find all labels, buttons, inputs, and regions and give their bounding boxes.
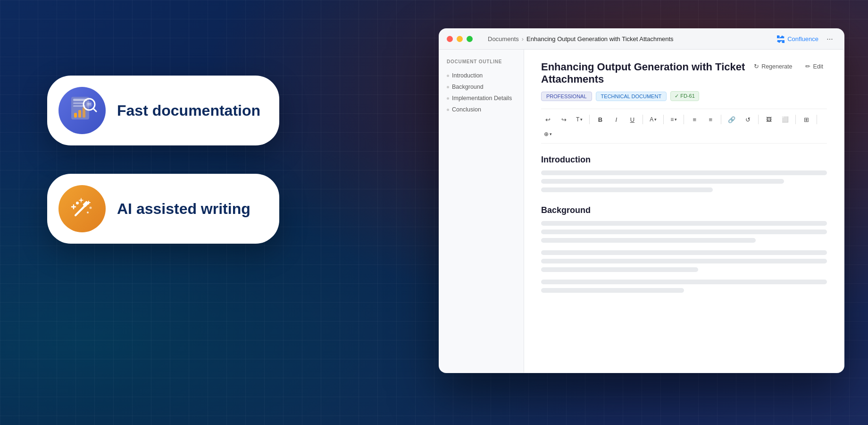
confluence-logo: Confluence [777,35,818,43]
text-line [541,267,698,272]
confluence-label: Confluence [787,35,818,42]
sidebar-dot-icon [447,75,449,77]
undo2-button[interactable]: ↺ [741,113,754,126]
image-button[interactable]: 🖼 [762,113,776,126]
doc-actions: ↻ Regenerate ✏ Edit [750,61,827,72]
edit-button[interactable]: ✏ Edit [801,61,827,72]
tag-technical[interactable]: TECHNICAL DOCUMENT [596,92,667,101]
svg-rect-2 [73,102,83,104]
svg-rect-5 [78,110,81,118]
breadcrumb-separator-icon: › [522,35,524,42]
sidebar-item-label: Conclusion [452,106,481,113]
svg-rect-4 [74,113,77,118]
title-bar: Documents › Enhancing Output Generation … [439,29,844,50]
link-button[interactable]: 🔗 [725,113,738,126]
text-line [541,179,784,184]
minimize-button[interactable] [457,36,463,42]
ai-writing-icon [58,185,106,232]
table-button[interactable]: ⊞ [800,113,813,126]
tag-ticket[interactable]: ✓ FD-61 [670,91,699,101]
document-outline-sidebar: DOCUMENT OUTLINE Introduction Background… [439,50,524,373]
underline-button[interactable]: U [626,113,639,126]
text-line [541,170,827,175]
magic-wand-svg [68,195,96,223]
sidebar-item-label: Background [452,84,484,90]
breadcrumb-parent[interactable]: Documents [488,35,519,42]
toolbar-separator [758,115,759,124]
text-line [541,187,713,192]
introduction-section: Introduction [541,155,827,192]
breadcrumb: Documents › Enhancing Output Generation … [488,35,771,42]
sidebar-item-label: Introduction [452,72,483,79]
toolbar-separator [721,115,721,124]
text-line [541,280,827,284]
introduction-heading: Introduction [541,155,827,165]
fast-documentation-icon [58,87,106,134]
sidebar-dot-icon [447,86,449,88]
fast-documentation-card: Fast documentation [47,76,279,145]
doc-header: Enhancing Output Generation with Ticket … [541,61,827,85]
title-bar-right: Confluence ··· [777,33,836,46]
edit-label: Edit [813,63,823,70]
svg-point-21 [90,207,92,209]
regenerate-label: Regenerate [761,63,792,70]
bullet-list-button[interactable]: ≡ [688,113,701,126]
more-options-icon: ··· [826,35,833,43]
sidebar-item-label: Implementation Details [452,95,512,102]
toolbar-separator [589,115,590,124]
toolbar-separator [663,115,664,124]
alignment-dropdown[interactable]: ≡ ▾ [668,114,680,125]
window-controls [447,36,473,42]
tag-professional[interactable]: PROFESSIONAL [541,92,592,101]
doc-title: Enhancing Output Generation with Ticket … [541,61,750,85]
sidebar-title: DOCUMENT OUTLINE [439,59,524,70]
svg-point-15 [87,212,89,213]
text-line [541,288,684,293]
main-content-area: Enhancing Output Generation with Ticket … [524,50,844,373]
background-heading: Background [541,205,827,215]
regenerate-icon: ↻ [754,63,759,70]
bold-button[interactable]: B [593,113,607,126]
text-color-dropdown[interactable]: A ▾ [647,114,659,125]
sidebar-item-background[interactable]: Background [439,81,524,93]
doc-chart-svg [66,94,99,127]
ai-writing-label: AI assisted writing [117,200,250,218]
undo-button[interactable]: ↩ [541,113,554,126]
toolbar-separator [684,115,684,124]
more-options-button[interactable]: ··· [823,33,836,46]
sidebar-item-introduction[interactable]: Introduction [439,70,524,81]
tags-row: PROFESSIONAL TECHNICAL DOCUMENT ✓ FD-61 [541,91,827,101]
confluence-icon [777,35,785,43]
text-line [541,259,827,264]
redo-button[interactable]: ↪ [557,113,570,126]
toolbar-separator [817,115,817,124]
toolbar-separator [643,115,643,124]
feature-cards: Fast documentation [47,76,279,244]
svg-point-14 [76,202,79,204]
text-line [541,250,827,255]
toolbar-separator [795,115,796,124]
close-button[interactable] [447,36,453,42]
italic-button[interactable]: I [609,113,623,126]
numbered-list-button[interactable]: ≡ [704,113,717,126]
app-window: Documents › Enhancing Output Generation … [439,28,844,373]
svg-line-12 [75,205,86,215]
regenerate-button[interactable]: ↻ Regenerate [750,61,796,72]
background-section: Background [541,205,827,293]
sidebar-dot-icon [447,109,449,111]
text-line [541,238,756,243]
app-content: DOCUMENT OUTLINE Introduction Background… [439,50,844,373]
sidebar-item-conclusion[interactable]: Conclusion [439,104,524,115]
embed-button[interactable]: ⬜ [778,113,792,126]
maximize-button[interactable] [467,36,473,42]
edit-icon: ✏ [805,63,810,70]
text-line [541,221,827,226]
ai-writing-card: AI assisted writing [47,174,279,244]
sidebar-item-implementation[interactable]: Implementation Details [439,93,524,104]
sidebar-dot-icon [447,97,449,100]
svg-point-8 [86,101,92,108]
breadcrumb-current: Enhancing Output Generation with Ticket … [526,35,673,42]
text-line [541,230,827,234]
text-style-dropdown[interactable]: T ▾ [573,114,585,125]
insert-dropdown[interactable]: ⊕ ▾ [541,129,555,139]
